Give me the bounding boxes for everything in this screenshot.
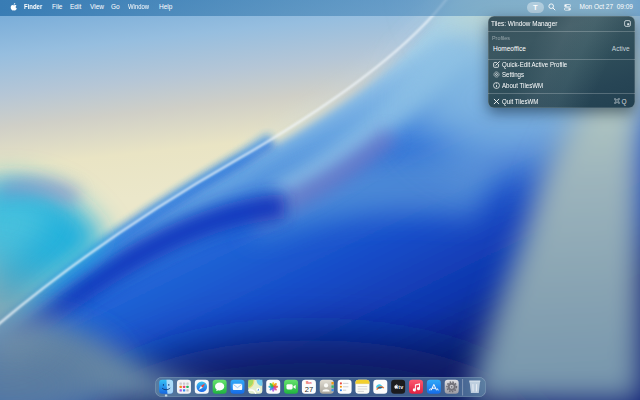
svg-text:27: 27 bbox=[304, 384, 312, 393]
svg-text:tv: tv bbox=[398, 384, 403, 390]
